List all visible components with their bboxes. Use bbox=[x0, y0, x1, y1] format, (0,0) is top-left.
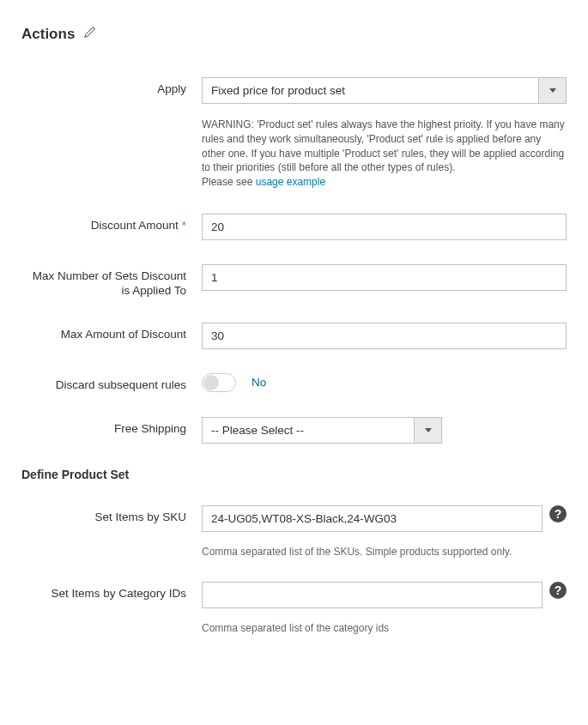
sku-input[interactable] bbox=[202, 505, 543, 532]
chevron-down-icon[interactable] bbox=[538, 78, 566, 103]
max-amount-label: Max Amount of Discount bbox=[21, 323, 202, 342]
max-sets-input[interactable] bbox=[202, 264, 567, 291]
apply-row: Apply Fixed price for product set WARNIN… bbox=[21, 77, 567, 190]
sku-label: Set Items by SKU bbox=[21, 505, 202, 525]
category-label: Set Items by Category IDs bbox=[21, 582, 202, 601]
apply-label: Apply bbox=[21, 77, 202, 97]
warning-text-body: WARNING: 'Product set' rules always have… bbox=[202, 118, 565, 173]
help-icon[interactable]: ? bbox=[549, 582, 567, 599]
free-shipping-label: Free Shipping bbox=[21, 417, 202, 437]
chevron-down-icon[interactable] bbox=[414, 418, 441, 443]
required-asterisk: * bbox=[182, 219, 186, 232]
apply-select-value: Fixed price for product set bbox=[203, 78, 538, 103]
discard-row: Discard subsequent rules No bbox=[21, 373, 567, 393]
define-product-set-heading: Define Product Set bbox=[21, 468, 567, 481]
category-hint: Comma separated list of the category ids bbox=[202, 622, 543, 634]
discard-label: Discard subsequent rules bbox=[21, 373, 202, 393]
max-amount-input[interactable] bbox=[202, 323, 567, 349]
category-input[interactable] bbox=[202, 582, 543, 608]
pencil-icon[interactable] bbox=[83, 26, 96, 43]
free-shipping-row: Free Shipping -- Please Select -- bbox=[21, 417, 567, 444]
free-shipping-select[interactable]: -- Please Select -- bbox=[202, 417, 442, 444]
usage-example-link[interactable]: usage example bbox=[256, 176, 325, 188]
apply-select[interactable]: Fixed price for product set bbox=[202, 77, 567, 104]
discount-amount-row: Discount Amount* bbox=[21, 214, 567, 240]
section-title-text: Actions bbox=[21, 26, 75, 43]
discard-toggle[interactable] bbox=[202, 373, 236, 392]
apply-warning: WARNING: 'Product set' rules always have… bbox=[202, 118, 567, 190]
section-header: Actions bbox=[21, 26, 567, 43]
please-see-text: Please see bbox=[202, 176, 256, 188]
sku-hint: Comma separated list of the SKUs. Simple… bbox=[202, 546, 543, 558]
sku-row: Set Items by SKU Comma separated list of… bbox=[21, 505, 567, 558]
discount-amount-label: Discount Amount* bbox=[21, 214, 202, 233]
discard-state: No bbox=[252, 376, 266, 389]
max-sets-label: Max Number of Sets Discount is Applied T… bbox=[21, 264, 202, 299]
max-amount-row: Max Amount of Discount bbox=[21, 323, 567, 349]
category-row: Set Items by Category IDs Comma separate… bbox=[21, 582, 567, 634]
free-shipping-value: -- Please Select -- bbox=[203, 418, 414, 443]
max-sets-row: Max Number of Sets Discount is Applied T… bbox=[21, 264, 567, 299]
discount-amount-input[interactable] bbox=[202, 214, 567, 240]
help-icon[interactable]: ? bbox=[549, 505, 567, 523]
